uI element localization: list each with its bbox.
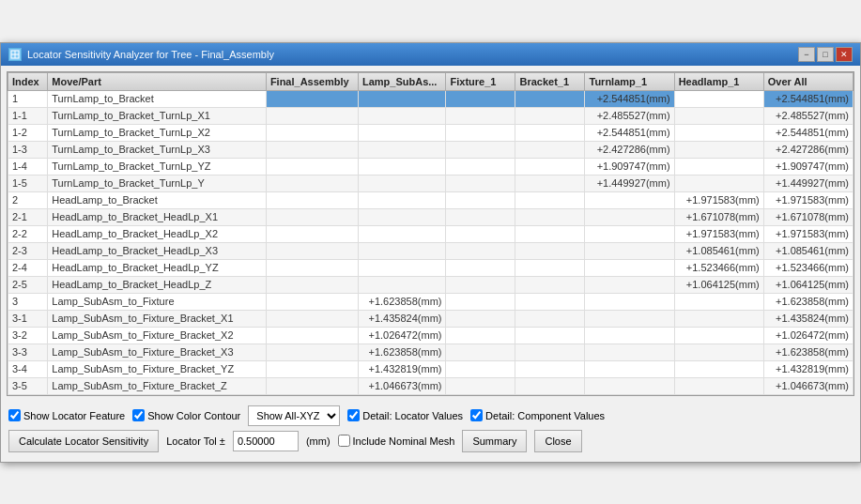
table-cell-lamp_subas: +1.026472(mm) — [358, 327, 446, 344]
table-row[interactable]: 2-2HeadLamp_to_Bracket_HeadLp_X2+1.97158… — [8, 225, 853, 242]
table-cell-index: 2-4 — [8, 259, 48, 276]
table-row[interactable]: 3-3Lamp_SubAsm_to_Fixture_Bracket_X3+1.6… — [8, 344, 853, 360]
table-cell-move_part: HeadLamp_to_Bracket_HeadLp_X1 — [48, 208, 267, 225]
table-row[interactable]: 1-2TurnLamp_to_Bracket_TurnLp_X2+2.54485… — [8, 124, 853, 141]
table-row[interactable]: 2-5HeadLamp_to_Bracket_HeadLp_Z+1.064125… — [8, 276, 853, 293]
detail-locator-values-text: Detail: Locator Values — [362, 410, 463, 421]
show-locator-feature-checkbox[interactable] — [8, 409, 21, 421]
col-header-move-part: Move/Part — [48, 72, 267, 90]
table-cell-bracket_1 — [515, 344, 585, 360]
title-bar-left: Locator Sensitivity Analyzer for Tree - … — [8, 48, 274, 61]
close-button[interactable]: Close — [534, 430, 581, 452]
detail-component-values-label[interactable]: Detail: Component Values — [470, 409, 605, 421]
table-cell-index: 1-1 — [8, 107, 48, 124]
main-window: Locator Sensitivity Analyzer for Tree - … — [0, 42, 861, 463]
show-xyz-dropdown[interactable]: Show All-XYZ Show X Only Show Y Only Sho… — [248, 405, 340, 426]
sensitivity-table: Index Move/Part Final_Assembly Lamp_SubA… — [8, 72, 853, 395]
col-header-overall: Over All — [763, 72, 853, 90]
show-color-contour-label[interactable]: Show Color Contour — [132, 409, 240, 421]
table-cell-turnlamp_1: +2.485527(mm) — [585, 107, 674, 124]
table-cell-turnlamp_1 — [585, 377, 674, 394]
table-cell-index: 2 — [8, 191, 48, 208]
table-row[interactable]: 1-3TurnLamp_to_Bracket_TurnLp_X3+2.42728… — [8, 141, 853, 158]
detail-locator-values-label[interactable]: Detail: Locator Values — [347, 409, 463, 421]
table-cell-headlamp_1 — [674, 90, 763, 107]
table-cell-over_all: +1.435824(mm) — [763, 310, 853, 327]
table-cell-headlamp_1 — [674, 175, 763, 191]
table-cell-move_part: Lamp_SubAsm_to_Fixture — [48, 293, 267, 310]
table-row[interactable]: 2-4HeadLamp_to_Bracket_HeadLp_YZ+1.52346… — [8, 259, 853, 276]
table-row[interactable]: 1-1TurnLamp_to_Bracket_TurnLp_X1+2.48552… — [8, 107, 853, 124]
table-cell-headlamp_1 — [674, 344, 763, 360]
table-cell-over_all: +1.909747(mm) — [763, 158, 853, 175]
table-row[interactable]: 1TurnLamp_to_Bracket+2.544851(mm)+2.5448… — [8, 90, 853, 107]
app-icon — [8, 48, 22, 61]
table-cell-fixture_1 — [446, 377, 515, 394]
table-cell-index: 3 — [8, 293, 48, 310]
table-cell-final_assembly — [266, 208, 358, 225]
table-row[interactable]: 3-2Lamp_SubAsm_to_Fixture_Bracket_X2+1.0… — [8, 327, 853, 344]
table-cell-bracket_1 — [515, 377, 585, 394]
locator-tol-label: Locator Tol ± — [166, 435, 225, 447]
show-locator-feature-label[interactable]: Show Locator Feature — [8, 409, 125, 421]
table-row[interactable]: 3Lamp_SubAsm_to_Fixture+1.623858(mm)+1.6… — [8, 293, 853, 310]
table-cell-move_part: Lamp_SubAsm_to_Fixture_Bracket_YZ — [48, 360, 267, 377]
table-cell-bracket_1 — [515, 191, 585, 208]
window-close-button[interactable]: ✕ — [836, 47, 853, 62]
table-cell-index: 1-2 — [8, 124, 48, 141]
table-cell-headlamp_1: +1.971583(mm) — [674, 225, 763, 242]
table-cell-lamp_subas: +1.046673(mm) — [358, 377, 446, 394]
table-cell-move_part: Lamp_SubAsm_to_Fixture_Bracket_X2 — [48, 327, 267, 344]
table-cell-move_part: Lamp_SubAsm_to_Fixture_Bracket_X1 — [48, 310, 267, 327]
col-header-index: Index — [8, 72, 48, 90]
calculate-locator-sensitivity-button[interactable]: Calculate Locator Sensitivity — [8, 430, 159, 452]
table-cell-lamp_subas — [358, 90, 446, 107]
table-row[interactable]: 3-5Lamp_SubAsm_to_Fixture_Bracket_Z+1.04… — [8, 377, 853, 394]
show-color-contour-text: Show Color Contour — [147, 410, 240, 421]
summary-button[interactable]: Summary — [462, 430, 527, 452]
table-cell-final_assembly — [266, 124, 358, 141]
table-cell-bracket_1 — [515, 141, 585, 158]
table-row[interactable]: 2-1HeadLamp_to_Bracket_HeadLp_X1+1.67107… — [8, 208, 853, 225]
include-nominal-mesh-checkbox[interactable] — [338, 435, 350, 447]
table-cell-bracket_1 — [515, 259, 585, 276]
table-cell-headlamp_1: +1.523466(mm) — [674, 259, 763, 276]
table-cell-move_part: TurnLamp_to_Bracket — [48, 90, 267, 107]
detail-component-values-checkbox[interactable] — [470, 409, 483, 421]
table-cell-move_part: TurnLamp_to_Bracket_TurnLp_X3 — [48, 141, 267, 158]
table-cell-final_assembly — [266, 141, 358, 158]
table-cell-index: 3-1 — [8, 310, 48, 327]
table-cell-index: 2-1 — [8, 208, 48, 225]
table-cell-headlamp_1: +1.671078(mm) — [674, 208, 763, 225]
col-header-lamp-subas: Lamp_SubAs... — [358, 72, 446, 90]
table-cell-lamp_subas — [358, 175, 446, 191]
table-row[interactable]: 3-1Lamp_SubAsm_to_Fixture_Bracket_X1+1.4… — [8, 310, 853, 327]
maximize-button[interactable]: □ — [817, 47, 834, 62]
table-cell-over_all: +1.432819(mm) — [763, 360, 853, 377]
table-row[interactable]: 1-4TurnLamp_to_Bracket_TurnLp_YZ+1.90974… — [8, 158, 853, 175]
table-cell-turnlamp_1 — [585, 276, 674, 293]
table-cell-turnlamp_1 — [585, 293, 674, 310]
include-nominal-mesh-text: Include Nominal Mesh — [353, 435, 455, 447]
table-row[interactable]: 2HeadLamp_to_Bracket+1.971583(mm)+1.9715… — [8, 191, 853, 208]
table-cell-move_part: TurnLamp_to_Bracket_TurnLp_Y — [48, 175, 267, 191]
detail-locator-values-checkbox[interactable] — [347, 409, 360, 421]
table-row[interactable]: 2-3HeadLamp_to_Bracket_HeadLp_X3+1.08546… — [8, 242, 853, 259]
table-cell-turnlamp_1: +1.909747(mm) — [585, 158, 674, 175]
table-cell-over_all: +2.485527(mm) — [763, 107, 853, 124]
locator-tol-input[interactable] — [233, 431, 299, 451]
table-cell-fixture_1 — [446, 107, 515, 124]
table-row[interactable]: 1-5TurnLamp_to_Bracket_TurnLp_Y+1.449927… — [8, 175, 853, 191]
table-cell-headlamp_1 — [674, 141, 763, 158]
table-cell-headlamp_1 — [674, 310, 763, 327]
table-cell-lamp_subas — [358, 158, 446, 175]
include-nominal-mesh-label[interactable]: Include Nominal Mesh — [338, 435, 455, 447]
window-content: Index Move/Part Final_Assembly Lamp_SubA… — [1, 66, 860, 462]
table-cell-index: 3-5 — [8, 377, 48, 394]
table-cell-final_assembly — [266, 344, 358, 360]
table-cell-final_assembly — [266, 107, 358, 124]
table-row[interactable]: 3-4Lamp_SubAsm_to_Fixture_Bracket_YZ+1.4… — [8, 360, 853, 377]
show-color-contour-checkbox[interactable] — [132, 409, 145, 421]
minimize-button[interactable]: − — [798, 47, 815, 62]
table-cell-move_part: TurnLamp_to_Bracket_TurnLp_X2 — [48, 124, 267, 141]
